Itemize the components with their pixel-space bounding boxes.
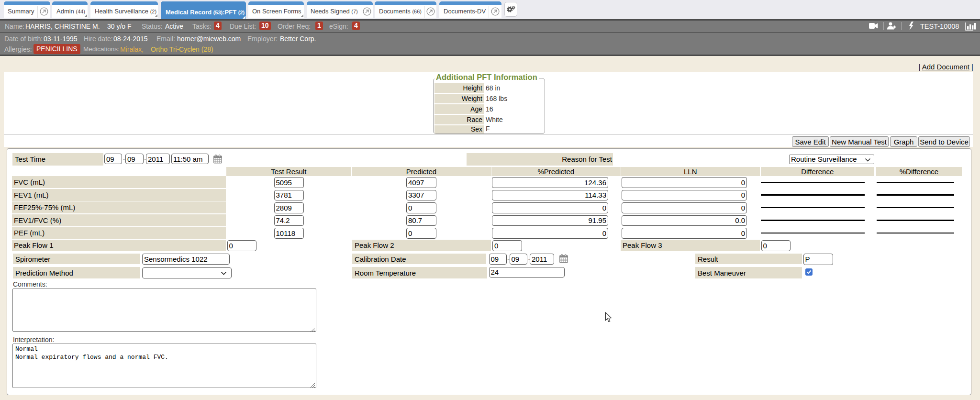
svg-text:TEST-10008: TEST-10008 [920, 22, 959, 30]
